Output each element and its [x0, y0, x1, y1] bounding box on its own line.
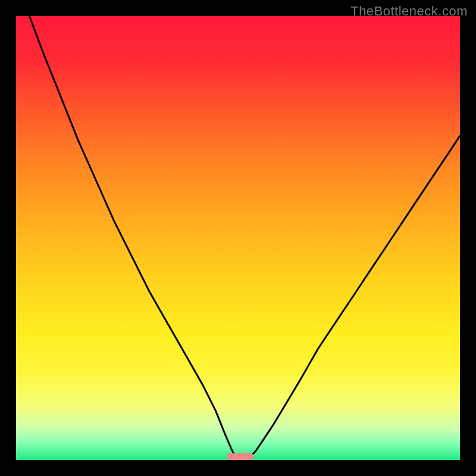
chart-stage: TheBottleneck.com: [0, 0, 476, 476]
minimum-marker: [227, 453, 253, 460]
plot-background: [16, 16, 460, 460]
watermark-text: TheBottleneck.com: [350, 4, 468, 19]
bottleneck-plot: [0, 0, 476, 476]
